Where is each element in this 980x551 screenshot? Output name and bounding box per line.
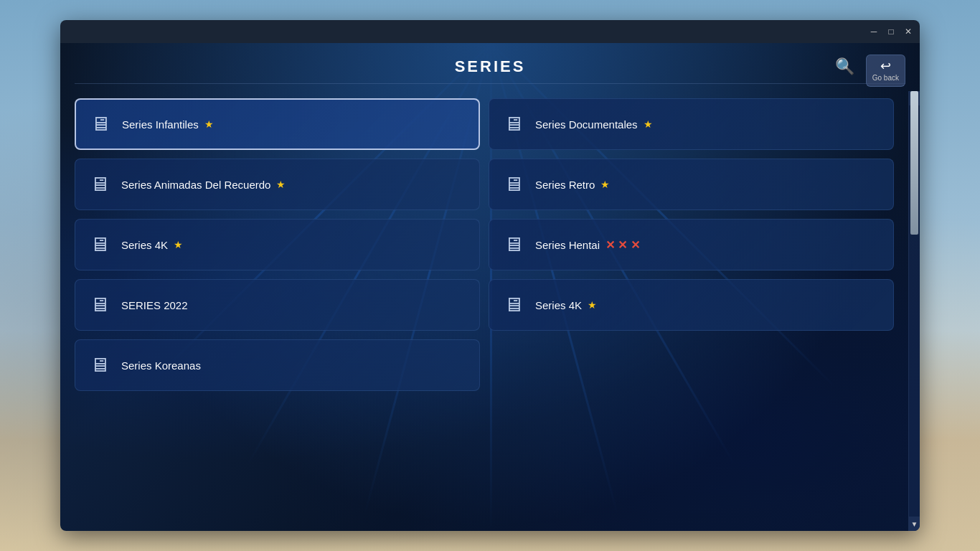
star-icon: ★ bbox=[174, 239, 183, 250]
category-card-hentai[interactable]: 🖥 Series Hentai ✕ ✕ ✕ bbox=[489, 219, 894, 270]
go-back-button[interactable]: ↩ Go back bbox=[866, 55, 905, 87]
star-icon: ★ bbox=[600, 179, 610, 190]
page-title: SERIES bbox=[455, 57, 526, 76]
category-card-2022[interactable]: 🖥 SERIES 2022 bbox=[75, 279, 480, 331]
monitor-icon: 🖥 bbox=[504, 174, 524, 194]
grid-area: 🖥 Series Infantiles ★ 🖥 Series Documenta… bbox=[60, 91, 908, 531]
monitor-icon: 🖥 bbox=[90, 235, 110, 255]
monitor-icon: 🖥 bbox=[504, 295, 524, 315]
header: SERIES 🔍 ↩ Go back bbox=[60, 43, 920, 83]
category-card-koreanas[interactable]: 🖥 Series Koreanas bbox=[75, 339, 480, 391]
separator bbox=[75, 83, 905, 84]
card-label: Series 4K ★ bbox=[535, 299, 597, 311]
category-card-retro[interactable]: 🖥 Series Retro ★ bbox=[489, 159, 894, 210]
content-area: 🖥 Series Infantiles ★ 🖥 Series Documenta… bbox=[60, 91, 920, 531]
monitor-icon: 🖥 bbox=[90, 355, 110, 375]
category-card-animadas[interactable]: 🖥 Series Animadas Del Recuerdo ★ bbox=[75, 159, 480, 210]
card-label: Series Retro ★ bbox=[535, 179, 610, 191]
scrollbar-track[interactable]: ▲ ▼ bbox=[908, 91, 920, 531]
monitor-icon: 🖥 bbox=[90, 295, 110, 315]
monitor-icon: 🖥 bbox=[90, 114, 110, 134]
title-bar: ─ □ ✕ bbox=[60, 20, 920, 43]
search-icon: 🔍 bbox=[835, 57, 854, 76]
star-icon: ★ bbox=[276, 179, 286, 190]
card-label: Series Hentai ✕ ✕ ✕ bbox=[535, 238, 640, 252]
minimize-button[interactable]: ─ bbox=[868, 26, 880, 37]
card-label: Series Koreanas bbox=[121, 359, 201, 372]
scrollbar-thumb[interactable] bbox=[910, 91, 918, 235]
card-label: Series Documentales ★ bbox=[535, 118, 653, 131]
go-back-icon: ↩ bbox=[880, 60, 891, 72]
app-window: ─ □ ✕ SERIES 🔍 ↩ Go back bbox=[60, 20, 920, 531]
monitor-icon: 🖥 bbox=[90, 174, 110, 194]
category-card-4k2[interactable]: 🖥 Series 4K ★ bbox=[489, 279, 894, 331]
header-actions: 🔍 ↩ Go back bbox=[832, 55, 905, 87]
maximize-button[interactable]: □ bbox=[885, 26, 897, 37]
category-card-documentales[interactable]: 🖥 Series Documentales ★ bbox=[489, 98, 894, 150]
main-content: SERIES 🔍 ↩ Go back 🖥 bbox=[60, 43, 920, 531]
go-back-label: Go back bbox=[872, 74, 899, 82]
star-icon: ★ bbox=[204, 118, 214, 130]
search-button[interactable]: 🔍 bbox=[832, 55, 857, 79]
scrollbar-arrow-down[interactable]: ▼ bbox=[909, 517, 920, 531]
monitor-icon: 🖥 bbox=[504, 114, 524, 134]
xxx-icon: ✕ ✕ ✕ bbox=[606, 238, 640, 252]
card-label: Series 4K ★ bbox=[121, 239, 183, 251]
card-label: Series Infantiles ★ bbox=[122, 118, 214, 131]
card-label: Series Animadas Del Recuerdo ★ bbox=[121, 179, 286, 191]
category-card-4k[interactable]: 🖥 Series 4K ★ bbox=[75, 219, 480, 270]
monitor-icon: 🖥 bbox=[504, 235, 524, 255]
star-icon: ★ bbox=[588, 299, 597, 311]
series-grid: 🖥 Series Infantiles ★ 🖥 Series Documenta… bbox=[75, 98, 894, 391]
star-icon: ★ bbox=[644, 118, 653, 130]
category-card-infantiles[interactable]: 🖥 Series Infantiles ★ bbox=[75, 98, 480, 150]
card-label: SERIES 2022 bbox=[121, 299, 188, 311]
close-button[interactable]: ✕ bbox=[903, 26, 914, 37]
